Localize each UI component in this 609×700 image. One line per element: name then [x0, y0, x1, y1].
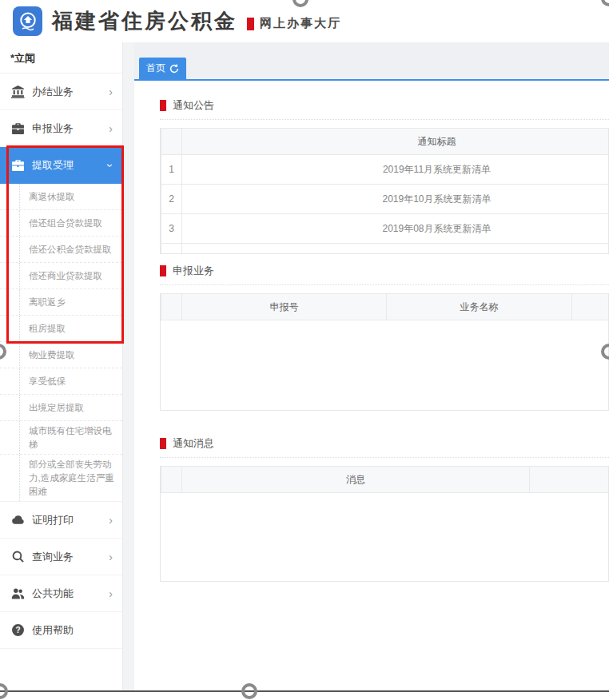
- message-empty-body: [161, 493, 609, 580]
- red-bullet: [160, 100, 166, 111]
- sidebar-menu-bottom: 证明打印 › 查询业务 › 公共功能 › ? 使用帮助: [0, 502, 122, 649]
- index-column-header: [161, 129, 182, 155]
- app-subtitle: 网上办事大厅: [260, 16, 341, 31]
- sidebar-subitem[interactable]: 享受低保: [0, 368, 122, 395]
- notice-row-title[interactable]: 2019年10月系统更新清单: [182, 185, 609, 214]
- briefcase-icon: [11, 121, 25, 135]
- red-accent-bar: [247, 18, 254, 30]
- chevron-right-icon: ›: [109, 86, 113, 98]
- red-bullet: [160, 265, 166, 276]
- sidebar-subitem[interactable]: 偿还商业贷款提取: [0, 263, 122, 289]
- chevron-right-icon: ›: [109, 514, 113, 527]
- sidebar-subitem[interactable]: 物业费提取: [0, 342, 122, 368]
- main-area: 首页 通知公告 通知标题: [134, 42, 609, 692]
- app-header: 福建省住房公积金 网上办事大厅: [0, 0, 609, 42]
- chevron-right-icon: ›: [109, 587, 113, 600]
- notice-table-wrap: 通知标题 1 2019年11月系统更新清单 2: [160, 128, 609, 254]
- sidebar-item[interactable]: 办结业务 ›: [0, 74, 122, 110]
- sidebar-subitem[interactable]: 出境定居提取: [0, 395, 122, 421]
- briefcase-icon: [11, 158, 25, 172]
- sidebar-subitem-label: 租房提取: [29, 322, 66, 336]
- notice-row[interactable]: 3 2019年08月系统更新清单: [161, 214, 609, 244]
- refresh-icon[interactable]: [169, 64, 179, 74]
- notice-table: 通知标题 1 2019年11月系统更新清单 2: [161, 128, 609, 254]
- declare-table-wrap: 申报号 业务名称: [160, 293, 609, 411]
- sidebar-subitem-label: 部分或全部丧失劳动力,造成家庭生活严重困难: [29, 458, 117, 498]
- notice-row-title[interactable]: 2019年05月系统更新清单: [182, 244, 609, 255]
- chevron-right-icon: ›: [109, 122, 113, 135]
- red-bullet: [160, 438, 166, 449]
- annotation-bottom-line: [0, 690, 609, 692]
- sidebar-subitem[interactable]: 离职返乡: [0, 289, 122, 316]
- divider: [160, 119, 609, 120]
- index-column-header: [161, 294, 182, 320]
- section-title-declare: 申报业务: [160, 264, 609, 278]
- index-column-header: [161, 467, 182, 493]
- sidebar-subitem[interactable]: 部分或全部丧失劳动力,造成家庭生活严重困难: [0, 455, 122, 501]
- tab-bar: 首页: [134, 42, 609, 81]
- tab-home[interactable]: 首页: [139, 58, 186, 79]
- app-title: 福建省住房公积金: [52, 7, 237, 35]
- notice-row-index: 2: [161, 185, 182, 214]
- sidebar-gap-strip: [123, 42, 134, 692]
- help-icon: ?: [11, 623, 25, 637]
- sidebar-subitem-label: 城市既有住宅增设电梯: [29, 424, 117, 451]
- notice-row-title[interactable]: 2019年08月系统更新清单: [182, 214, 609, 244]
- sidebar-subitem[interactable]: 城市既有住宅增设电梯: [0, 421, 122, 455]
- sidebar-subitem-label: 享受低保: [29, 375, 66, 388]
- bank-icon: [11, 85, 25, 98]
- notice-row[interactable]: 4 2019年05月系统更新清单: [161, 244, 609, 255]
- section-title-notice: 通知公告: [160, 98, 609, 113]
- declare-no-column-header: 申报号: [182, 294, 387, 320]
- users-icon: [11, 587, 25, 600]
- sidebar-menu-top: 办结业务 › 申报业务 ›: [0, 74, 122, 147]
- content: 通知公告 通知标题 1 2019年11月系: [134, 81, 609, 582]
- divider: [160, 457, 609, 458]
- sidebar-item[interactable]: 查询业务 ›: [0, 539, 122, 575]
- sidebar-item-label: 公共功能: [32, 587, 109, 601]
- sidebar-subitem-label: 偿还公积金贷款提取: [29, 243, 112, 257]
- sidebar-item[interactable]: 公共功能 ›: [0, 575, 122, 612]
- notice-row-index: 3: [161, 214, 182, 244]
- notice-row-title[interactable]: 2019年11月系统更新清单: [182, 155, 609, 185]
- sidebar-item-label: 申报业务: [32, 121, 109, 136]
- sidebar-subitem[interactable]: 离退休提取: [0, 184, 122, 210]
- search-icon: [11, 550, 25, 563]
- business-name-column-header: 业务名称: [387, 294, 572, 320]
- sidebar: *立闻 办结业务 › 申报业务 › 提取受理 › 离退休提取: [0, 42, 123, 692]
- sidebar-item[interactable]: 证明打印 ›: [0, 502, 122, 539]
- sidebar-item-label: 办结业务: [32, 85, 109, 99]
- provident-fund-logo-icon: [13, 6, 42, 36]
- notice-row[interactable]: 1 2019年11月系统更新清单: [161, 155, 609, 185]
- notice-table-header-row: 通知标题: [161, 129, 609, 155]
- sidebar-item[interactable]: 申报业务 ›: [0, 110, 122, 147]
- sidebar-submenu: 离退休提取 偿还组合贷款提取 偿还公积金贷款提取 偿还商业贷款提取 离职返乡 租…: [0, 184, 122, 502]
- sidebar-item[interactable]: ? 使用帮助: [0, 612, 122, 649]
- message-table-header-row: 消息: [161, 467, 609, 493]
- sidebar-subitem-label: 离职返乡: [29, 296, 66, 309]
- sidebar-subitem[interactable]: 偿还组合贷款提取: [0, 210, 122, 237]
- sidebar-subitem[interactable]: 租房提取: [0, 316, 122, 342]
- notice-row[interactable]: 2 2019年10月系统更新清单: [161, 185, 609, 214]
- notice-row-index: 1: [161, 155, 182, 185]
- chevron-down-icon: ›: [105, 163, 117, 167]
- user-label: *立闻: [0, 42, 122, 74]
- tab-home-label: 首页: [146, 62, 165, 75]
- sidebar-subitem[interactable]: 偿还公积金贷款提取: [0, 237, 122, 263]
- message-table-wrap: 消息: [160, 466, 609, 582]
- sidebar-subitem-label: 物业费提取: [29, 348, 75, 362]
- declare-table: 申报号 业务名称: [161, 293, 609, 409]
- sidebar-subitem-label: 偿还组合贷款提取: [29, 217, 102, 230]
- sidebar-item-label: 查询业务: [32, 550, 109, 564]
- sidebar-subitem-label: 离退休提取: [29, 190, 75, 204]
- declare-table-header-row: 申报号 业务名称: [161, 294, 609, 320]
- sidebar-item-active[interactable]: 提取受理 ›: [0, 147, 122, 184]
- cloud-icon: [11, 513, 25, 527]
- declare-empty-body: [161, 320, 609, 409]
- message-column-header: 消息: [182, 467, 530, 493]
- notice-row-index: 4: [161, 244, 182, 255]
- sidebar-subitem-label: 偿还商业贷款提取: [29, 269, 102, 283]
- sidebar-item-label: 证明打印: [32, 513, 109, 527]
- divider: [160, 284, 609, 285]
- notice-title-column-header: 通知标题: [182, 129, 609, 155]
